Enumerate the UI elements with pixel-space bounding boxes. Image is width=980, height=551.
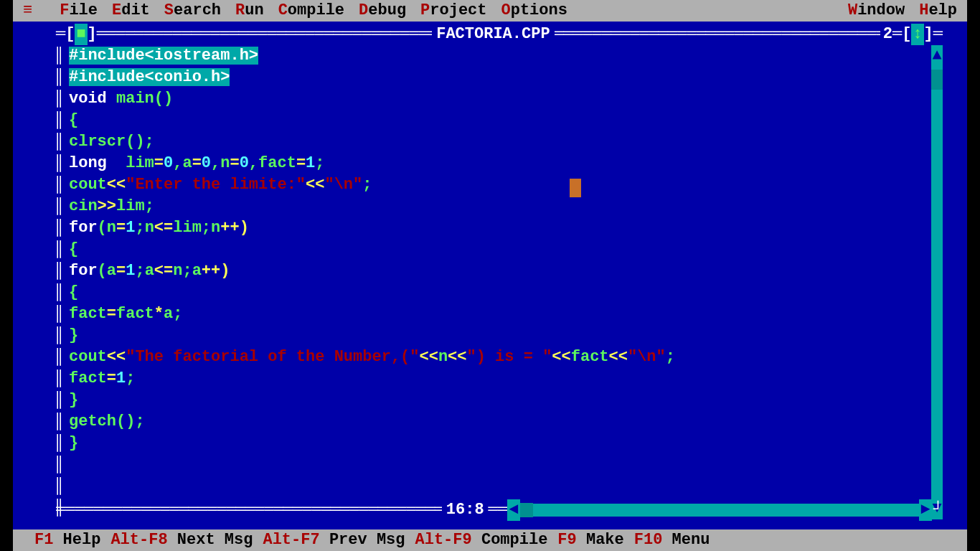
scroll-right-icon[interactable]: ►: [919, 499, 932, 521]
code-line: }: [69, 390, 930, 411]
code-line: #include<iostream.h>: [69, 45, 930, 67]
code-line: for(a=1;a<=n;a++): [69, 260, 930, 282]
menu-options[interactable]: Options: [501, 0, 567, 22]
menu-help[interactable]: Help: [919, 0, 957, 22]
system-menu-icon[interactable]: ≡: [23, 0, 32, 22]
status-prev-msg[interactable]: Alt-F7 Prev Msg: [263, 529, 405, 551]
window-title: FACTORIA.CPP: [432, 24, 554, 45]
code-line: {: [69, 282, 930, 303]
menu-debug[interactable]: Debug: [359, 0, 406, 22]
hscroll-thumb[interactable]: [520, 503, 533, 517]
code-line: cout<<"Enter the limite:"<<"\n";: [69, 174, 930, 196]
code-line: {: [69, 110, 930, 131]
menu-compile[interactable]: Compile: [278, 0, 344, 22]
code-line: }: [69, 433, 930, 454]
code-line: void main(): [69, 88, 930, 110]
app-window: ≡ File Edit Search Run Compile Debug Pro…: [13, 0, 967, 551]
letterbox-right: [967, 0, 980, 551]
code-line: {: [69, 239, 930, 260]
menu-project[interactable]: Project: [420, 0, 486, 22]
close-icon[interactable]: ■: [75, 24, 87, 45]
frame-border-left: ║║║║║║║║║║║║║║║║║║║║║║: [53, 24, 65, 523]
code-line: fact=fact*a;: [69, 303, 930, 325]
window-number: 2═[: [880, 24, 912, 45]
resize-corner-icon[interactable]: ┘: [932, 499, 943, 521]
text-cursor: [570, 179, 581, 197]
menu-window[interactable]: Window: [848, 0, 905, 22]
menu-bar: ≡ File Edit Search Run Compile Debug Pro…: [13, 0, 967, 22]
menu-run[interactable]: Run: [235, 0, 264, 22]
frame-right-end: ]═: [924, 24, 943, 45]
scroll-track[interactable]: [931, 67, 943, 498]
status-help[interactable]: F1 Help: [34, 529, 100, 551]
window-title-bar: ═[ ■ ]═ FACTORIA.CPP 2═[ ↕ ]═: [56, 24, 943, 45]
code-line: getch();: [69, 411, 930, 433]
vertical-scrollbar[interactable]: ▲ ▼: [931, 45, 943, 519]
window-bottom-frame: 16:8 ══ ◄ ► ┘: [56, 499, 943, 521]
frame-left-end: ]═: [88, 24, 106, 45]
menu-edit[interactable]: Edit: [112, 0, 150, 22]
scroll-up-icon[interactable]: ▲: [931, 45, 943, 67]
code-line: cout<<"The factorial of the Number,("<<n…: [69, 347, 930, 368]
code-line: }: [69, 325, 930, 347]
menu-file[interactable]: File: [60, 0, 98, 22]
letterbox-left: [0, 0, 13, 551]
status-make[interactable]: F9 Make: [557, 529, 623, 551]
frame-line: ══: [489, 499, 507, 521]
frame-line-left: [106, 24, 432, 45]
frame-line: [56, 499, 442, 521]
status-menu[interactable]: F10 Menu: [634, 529, 710, 551]
code-editor[interactable]: #include<iostream.h> #include<conio.h> v…: [69, 45, 930, 519]
code-line: for(n=1;n<=lim;n++): [69, 217, 930, 239]
code-line: fact=1;: [69, 368, 930, 390]
code-line: cin>>lim;: [69, 196, 930, 217]
cursor-position: 16:8: [442, 499, 489, 521]
status-bar: F1 Help Alt-F8 Next Msg Alt-F7 Prev Msg …: [13, 529, 967, 551]
status-next-msg[interactable]: Alt-F8 Next Msg: [110, 529, 253, 551]
code-line: clrscr();: [69, 131, 930, 153]
code-line: #include<conio.h>: [69, 67, 930, 88]
frame-line-right: [555, 24, 880, 45]
scroll-thumb[interactable]: [931, 70, 943, 90]
menu-search[interactable]: Search: [164, 0, 221, 22]
status-compile[interactable]: Alt-F9 Compile: [415, 529, 548, 551]
code-line: long lim=0,a=0,n=0,fact=1;: [69, 153, 930, 174]
zoom-icon[interactable]: ↕: [911, 24, 923, 45]
hscroll-track[interactable]: [533, 504, 919, 517]
scroll-left-icon[interactable]: ◄: [507, 499, 520, 521]
